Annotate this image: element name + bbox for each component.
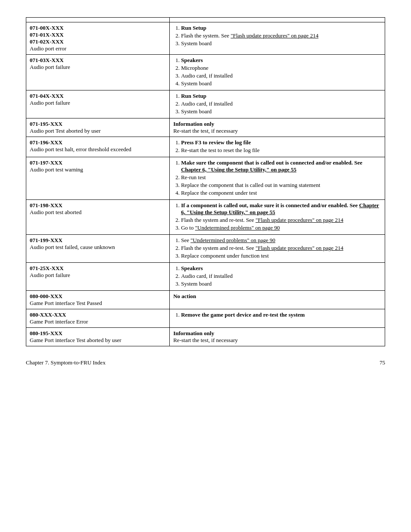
fru-list: Make sure the component that is called o… (173, 159, 381, 196)
fru-link[interactable]: "Undetermined problems" on page 90 (190, 237, 275, 243)
code-line: Game Port interface Test aborted by user (30, 337, 121, 343)
list-item: Replace the component that is called out… (181, 182, 381, 189)
code-line: 071-199-XXX (30, 237, 62, 243)
list-item: Re-start the test to reset the log file (181, 147, 381, 154)
code-line: Audio port failure (30, 272, 70, 278)
code-line: Audio port failure (30, 100, 70, 106)
fru-list: Press F3 to review the log fileRe-start … (173, 139, 381, 154)
header-col2 (170, 18, 385, 22)
code-line: 080-XXX-XXX (30, 311, 66, 318)
code-cell: 080-195-XXXGame Port interface Test abor… (26, 328, 170, 346)
fru-cell: If a component is called out, make sure … (170, 200, 385, 235)
fru-list: SpeakersMicrophoneAudio card, if install… (173, 57, 381, 87)
list-item: Flash the system. See "Flash update proc… (181, 32, 381, 39)
fru-link[interactable]: Chapter 6, "Using the Setup Utility," on… (181, 202, 379, 215)
fru-link[interactable]: "Flash update procedures" on page 214 (230, 32, 318, 39)
list-item: Replace component under function test (181, 252, 381, 259)
diagnostic-table: 071-00X-XXX071-01X-XXX071-02X-XXXAudio p… (26, 17, 385, 346)
code-cell: 071-195-XXXAudio port Test aborted by us… (26, 118, 170, 137)
list-item: Make sure the component that is called o… (181, 159, 381, 173)
list-item: Flash the system and re-test. See "Flash… (181, 217, 381, 224)
fru-cell: Information onlyRe-start the test, if ne… (170, 118, 385, 137)
fru-list: Run SetupFlash the system. See "Flash up… (173, 25, 381, 47)
code-line: 071-03X-XXX (30, 57, 64, 63)
code-line: Audio port failure (30, 64, 70, 70)
code-line: 071-198-XXX (30, 202, 62, 208)
list-item: Speakers (181, 57, 381, 64)
code-line: Audio port test halt, error threshold ex… (30, 146, 131, 152)
list-item: Remove the game port device and re-test … (181, 311, 381, 318)
code-line: 071-00X-XXX (30, 25, 64, 31)
info-label: Information only (173, 121, 214, 127)
page-container: 071-00X-XXX071-01X-XXX071-02X-XXXAudio p… (26, 17, 385, 366)
fru-cell: SpeakersMicrophoneAudio card, if install… (170, 55, 385, 90)
code-cell: 071-199-XXXAudio port test failed, cause… (26, 235, 170, 263)
table-row: 071-00X-XXX071-01X-XXX071-02X-XXXAudio p… (26, 22, 385, 55)
code-line: Game Port interface Test Passed (30, 300, 102, 306)
info-text: Re-start the test, if necessary (173, 128, 238, 134)
table-row: 071-03X-XXXAudio port failureSpeakersMic… (26, 55, 385, 90)
code-cell: 071-197-XXXAudio port test warning (26, 157, 170, 200)
code-line: 071-196-XXX (30, 139, 62, 146)
footer-chapter: Chapter 7. Symptom-to-FRU Index (26, 359, 380, 366)
fru-cell: Information onlyRe-start the test, if ne… (170, 328, 385, 346)
fru-list: See "Undetermined problems" on page 90Fl… (173, 237, 381, 259)
list-item: Press F3 to review the log file (181, 139, 381, 146)
list-item: See "Undetermined problems" on page 90 (181, 237, 381, 244)
fru-list: Remove the game port device and re-test … (173, 311, 381, 318)
code-line: Audio port test aborted (30, 209, 81, 215)
list-item: Run Setup (181, 25, 381, 31)
code-cell: 071-00X-XXX071-01X-XXX071-02X-XXXAudio p… (26, 22, 170, 55)
list-item: Run Setup (181, 93, 381, 100)
table-row: 071-195-XXXAudio port Test aborted by us… (26, 118, 385, 137)
list-item: System board (181, 280, 381, 287)
code-line: 071-25X-XXX (30, 265, 64, 271)
fru-cell: Remove the game port device and re-test … (170, 309, 385, 328)
code-line: 071-02X-XXX (30, 38, 64, 45)
list-item: Flash the system and re-test. See "Flash… (181, 245, 381, 252)
code-line: Audio port error (30, 45, 66, 52)
list-item: Audio card, if installed (181, 72, 381, 79)
table-row: 071-199-XXXAudio port test failed, cause… (26, 235, 385, 263)
fru-link[interactable]: "Flash update procedures" on page 214 (255, 245, 343, 251)
list-item: Go to "Undetermined problems" on page 90 (181, 224, 381, 231)
footer-page: 75 (380, 359, 385, 366)
code-line: Game Port interface Error (30, 318, 88, 325)
list-item: Microphone (181, 65, 381, 72)
fru-cell: Press F3 to review the log fileRe-start … (170, 137, 385, 157)
fru-link[interactable]: "Undetermined problems" on page 90 (195, 224, 280, 231)
code-line: 071-01X-XXX (30, 31, 64, 38)
code-cell: 080-XXX-XXXGame Port interface Error (26, 309, 170, 328)
header-col1 (26, 18, 170, 22)
list-item: Speakers (181, 265, 381, 272)
fru-cell: Run SetupAudio card, if installedSystem … (170, 90, 385, 118)
fru-cell: No action (170, 291, 385, 309)
fru-cell: SpeakersAudio card, if installedSystem b… (170, 263, 385, 291)
list-item: System board (181, 108, 381, 115)
code-line: Audio port test failed, cause unknown (30, 244, 115, 250)
code-cell: 071-04X-XXXAudio port failure (26, 90, 170, 118)
list-item: If a component is called out, make sure … (181, 202, 381, 216)
code-cell: 071-198-XXXAudio port test aborted (26, 200, 170, 235)
info-text: Re-start the test, if necessary (173, 337, 238, 343)
fru-link[interactable]: "Flash update procedures" on page 214 (255, 217, 343, 223)
table-row: 080-XXX-XXXGame Port interface ErrorRemo… (26, 309, 385, 328)
fru-link[interactable]: Chapter 6, "Using the Setup Utility," on… (181, 166, 296, 173)
code-cell: 071-25X-XXXAudio port failure (26, 263, 170, 291)
table-row: 071-198-XXXAudio port test abortedIf a c… (26, 200, 385, 235)
code-cell: 080-000-XXXGame Port interface Test Pass… (26, 291, 170, 309)
code-line: 071-04X-XXX (30, 93, 64, 99)
list-item: Audio card, if installed (181, 100, 381, 107)
fru-cell: Run SetupFlash the system. See "Flash up… (170, 22, 385, 55)
fru-list: SpeakersAudio card, if installedSystem b… (173, 265, 381, 287)
list-item: System board (181, 40, 381, 47)
code-line: Audio port test warning (30, 166, 83, 173)
table-row: 071-04X-XXXAudio port failureRun SetupAu… (26, 90, 385, 118)
list-item: Re-run test (181, 174, 381, 181)
fru-cell: Make sure the component that is called o… (170, 157, 385, 200)
code-line: 071-195-XXX (30, 121, 62, 127)
code-line: 080-000-XXX (30, 293, 62, 299)
code-line: 080-195-XXX (30, 330, 62, 336)
table-row: 080-195-XXXGame Port interface Test abor… (26, 328, 385, 346)
fru-cell: See "Undetermined problems" on page 90Fl… (170, 235, 385, 263)
